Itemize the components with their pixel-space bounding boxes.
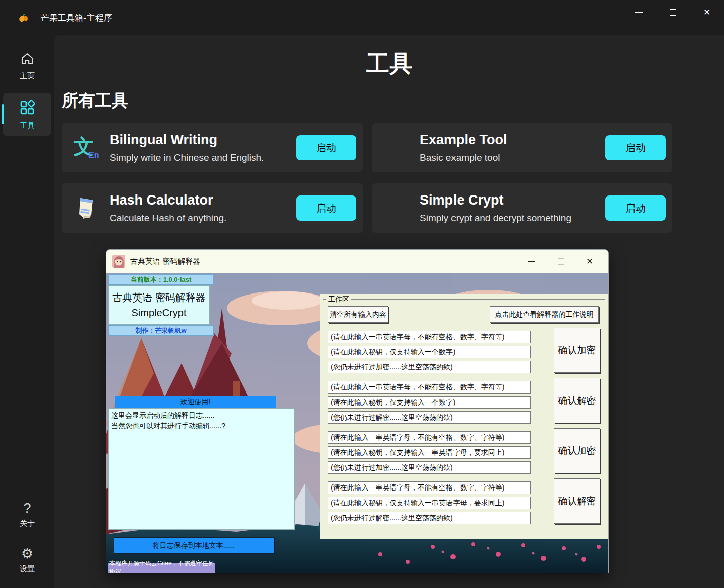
encrypt1-text-input[interactable]: [328, 331, 531, 343]
sidebar-item-tools[interactable]: 工具: [3, 93, 51, 136]
decrypt2-result-field[interactable]: [328, 512, 531, 524]
version-bar: 当前版本：1.0.0-last: [108, 274, 214, 285]
crypt-app-icon: [112, 255, 125, 268]
home-icon: [20, 51, 35, 66]
confirm-encrypt2-button[interactable]: 确认加密: [554, 428, 600, 473]
crypt-maximize-button[interactable]: [546, 251, 575, 271]
author-bar: 制作：芒果帆帆w: [108, 325, 214, 336]
confirm-encrypt1-button[interactable]: 确认加密: [554, 328, 600, 373]
confirm-decrypt2-button[interactable]: 确认解密: [554, 478, 600, 524]
help-button[interactable]: 点击此处查看解释器的工作说明: [490, 306, 599, 323]
question-icon: ?: [23, 501, 31, 516]
crypt-window-title: 古典英语 密码解释器: [130, 257, 200, 266]
sidebar-item-label: 设置: [3, 564, 51, 574]
decrypt2-text-input[interactable]: [328, 481, 531, 494]
crypt-body: 当前版本：1.0.0-last 古典英语 密码解释器 SimpleCrypt 制…: [106, 273, 608, 573]
gear-icon: ⚙: [21, 546, 33, 561]
decrypt2-key-input[interactable]: [328, 497, 531, 509]
window-controls: ✕: [621, 0, 724, 24]
crypt-window-controls: ✕: [517, 250, 604, 273]
sidebar-item-label: 主页: [3, 71, 51, 81]
encrypt1-key-input[interactable]: [328, 346, 531, 358]
crypt-minimize-button[interactable]: [517, 251, 546, 271]
opensource-footer-label: 本程序开源于码云Gitee，不需遵守任何协议: [108, 563, 215, 573]
log-textarea[interactable]: 这里会显示启动后的解释日志...... 当然您也可以对其进行手动编辑......…: [108, 408, 295, 530]
page-title: 工具: [54, 35, 724, 79]
workspace-group-label: 工作区: [326, 295, 351, 304]
encrypt2-text-input[interactable]: [328, 431, 531, 444]
sidebar-item-about[interactable]: ? 关于: [3, 495, 51, 533]
crypt-app-title-en: SimpleCrypt: [132, 305, 187, 320]
encrypt2-key-input[interactable]: [328, 446, 531, 459]
bilingual-icon: 文 En: [73, 135, 99, 161]
save-log-button[interactable]: 将日志保存到本地文本......: [114, 537, 274, 554]
crypt-close-button[interactable]: ✕: [575, 251, 604, 271]
sidebar-item-settings[interactable]: ⚙ 设置: [3, 540, 51, 579]
sidebar-item-label: 关于: [3, 519, 51, 528]
launch-button[interactable]: 启动: [296, 195, 356, 221]
welcome-banner: 欢迎使用!: [115, 396, 276, 408]
close-button[interactable]: ✕: [690, 0, 724, 24]
author-label: 制作：芒果帆帆w: [135, 326, 186, 335]
welcome-label: 欢迎使用!: [180, 398, 211, 407]
decrypt1-key-input[interactable]: [328, 396, 531, 409]
version-label: 当前版本：1.0.0-last: [131, 275, 192, 284]
crypt-window: 古典英语 密码解释器 ✕: [106, 249, 609, 573]
crypt-app-title-cn: 古典英语 密码解释器: [112, 290, 206, 305]
main-titlebar: 芒果工具箱-主程序 ✕: [0, 0, 724, 35]
tool-card-example-tool: Example Tool Basic example tool 启动: [372, 123, 672, 172]
maximize-icon: [670, 9, 676, 16]
encrypt1-result-field[interactable]: [328, 361, 531, 373]
close-icon: ✕: [703, 7, 710, 18]
workspace-panel: 工作区 清空所有输入内容 点击此处查看解释器的工作说明 确认加密 确认解密 确认…: [320, 294, 608, 539]
decrypt1-result-field[interactable]: [328, 411, 531, 424]
mango-icon: [18, 12, 30, 24]
launch-button[interactable]: 启动: [605, 135, 666, 160]
maximize-icon: [558, 258, 564, 265]
sidebar: 主页 工具 ? 关于 ⚙ 设置: [0, 35, 54, 588]
selected-indicator: [2, 104, 4, 124]
clear-all-button[interactable]: 清空所有输入内容: [328, 306, 388, 323]
tool-card-bilingual-writing: 文 En Bilingual Writing Simply write in C…: [62, 123, 363, 172]
tool-card-hash-calculator: Hash Calculator Calculate Hash of anythi…: [62, 183, 363, 233]
paper-icon: [73, 195, 99, 221]
encrypt2-result-field[interactable]: [328, 461, 531, 474]
minimize-icon: [635, 12, 643, 13]
minimize-icon: [528, 261, 535, 262]
section-title: 所有工具: [62, 89, 724, 112]
tools-grid: 文 En Bilingual Writing Simply write in C…: [62, 123, 724, 233]
tools-grid-icon: [19, 99, 36, 116]
decrypt1-text-input[interactable]: [328, 381, 531, 394]
crypt-titlebar: 古典英语 密码解释器 ✕: [106, 250, 608, 273]
minimize-button[interactable]: [621, 0, 656, 24]
sidebar-item-home[interactable]: 主页: [3, 45, 51, 86]
sidebar-item-label: 工具: [3, 121, 51, 131]
app-title: 芒果工具箱-主程序: [41, 12, 112, 24]
launch-button[interactable]: 启动: [296, 135, 356, 160]
maximize-button[interactable]: [656, 0, 690, 24]
confirm-decrypt1-button[interactable]: 确认解密: [554, 378, 600, 423]
tool-card-simple-crypt: Simple Crypt Simply crypt and decrypt so…: [372, 183, 672, 233]
main-window: 芒果工具箱-主程序 ✕ 主页 工具: [0, 0, 724, 588]
crypt-app-title-panel: 古典英语 密码解释器 SimpleCrypt: [108, 285, 210, 325]
close-icon: ✕: [586, 256, 593, 267]
launch-button[interactable]: 启动: [605, 195, 666, 221]
